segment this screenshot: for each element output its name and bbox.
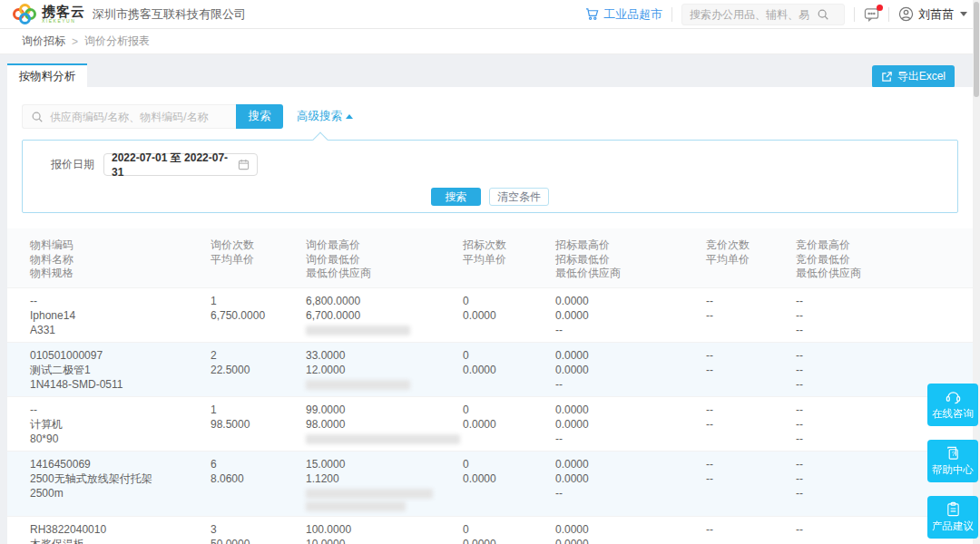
help-center-button[interactable]: ? 帮助中心 <box>927 440 978 482</box>
cell-value: 98.0000 <box>306 417 456 432</box>
cell-value: 2 <box>211 348 299 363</box>
header-label: 最低价供应商 <box>555 267 699 281</box>
cell-value: -- <box>706 522 789 537</box>
cell-value: 计算机 <box>30 417 203 432</box>
cell-value: 010501000097 <box>30 348 203 363</box>
cell-value: 0.0000 <box>555 537 699 544</box>
cell-value: 6,750.0000 <box>211 308 299 323</box>
cell-value: 1.1200 <box>306 471 456 486</box>
cell-value: 12.0000 <box>306 363 456 377</box>
cell-value: 0.0000 <box>555 522 699 537</box>
search-button[interactable]: 搜索 <box>236 104 283 129</box>
header-label: 招标最高价 <box>555 238 699 253</box>
cell-value: 10.0000 <box>306 537 456 544</box>
cell-value: -- <box>706 403 789 417</box>
message-icon[interactable] <box>864 7 879 22</box>
date-range-input[interactable]: 2022-07-01 至 2022-07-31 <box>103 153 258 176</box>
top-search-box[interactable] <box>681 4 845 25</box>
user-menu[interactable]: 刘苗苗 <box>898 6 967 23</box>
cell-value: 0.0000 <box>555 294 699 308</box>
cell-value: A331 <box>30 323 203 337</box>
advanced-search-panel: 报价日期 2022-07-01 至 2022-07-31 搜索 清空条件 <box>22 140 958 213</box>
cell-value: -- <box>555 377 699 392</box>
header-label: 平均单价 <box>463 253 548 267</box>
header-label: 最低价供应商 <box>796 267 943 281</box>
cell-value: -- <box>706 457 789 471</box>
table-cell: 00.0000 <box>463 457 555 511</box>
table-row: RH3822040010木浆保温板350.0000100.000010.0000… <box>7 516 973 544</box>
quote-date-label: 报价日期 <box>51 157 94 172</box>
clear-conditions-button[interactable]: 清空条件 <box>489 188 549 206</box>
cell-value: 测试二极管1 <box>30 363 203 377</box>
cell-value: -- <box>796 308 943 323</box>
online-consult-button[interactable]: 在线咨询 <box>927 384 978 426</box>
top-search-input[interactable] <box>690 8 817 21</box>
cart-icon <box>585 7 599 21</box>
advanced-search-button[interactable]: 搜索 <box>431 188 481 206</box>
cell-value: 1 <box>211 294 299 308</box>
table-cell: 0.00000.0000-- <box>555 294 706 337</box>
cell-value: 0.0000 <box>463 537 548 544</box>
table-cell: ------ <box>796 294 950 337</box>
redacted-supplier <box>306 325 410 335</box>
cell-value: -- <box>796 377 943 392</box>
breadcrumb-parent[interactable]: 询价招标 <box>22 34 65 49</box>
tab-strip: 按物料分析 导出Excel <box>7 63 973 87</box>
header-label: 物料名称 <box>30 253 203 267</box>
divider <box>671 7 672 22</box>
table-cell: 6,800.00006,700.0000 <box>306 294 463 337</box>
export-excel-button[interactable]: 导出Excel <box>872 65 955 88</box>
search-icon[interactable] <box>817 8 829 21</box>
cell-value: 50.0000 <box>211 537 299 544</box>
cell-value: 木浆保温板 <box>30 537 203 544</box>
cell-value: 0.0000 <box>555 417 699 432</box>
cell-value: 0 <box>463 522 548 537</box>
svg-text:?: ? <box>952 451 956 458</box>
cell-value: 0.0000 <box>555 363 699 377</box>
cell-value: -- <box>706 348 789 363</box>
topbar: 携客云 XIEKEYUN 深圳市携客互联科技有限公司 工业品超市 <box>0 0 980 29</box>
table-cell: 99.000098.0000 <box>306 403 463 446</box>
cell-value: -- <box>796 294 943 308</box>
cell-value: 99.0000 <box>306 403 456 417</box>
header-label: 询价最低价 <box>306 253 456 267</box>
tab-material-analysis[interactable]: 按物料分析 <box>7 63 87 87</box>
cell-value: -- <box>796 363 943 377</box>
cell-value: 0.0000 <box>463 471 548 486</box>
header-label: 竞价最低价 <box>796 253 943 267</box>
company-name: 深圳市携客互联科技有限公司 <box>93 6 246 23</box>
keyword-search-box[interactable] <box>22 104 236 129</box>
product-suggestion-button[interactable]: 产品建议 <box>927 496 978 539</box>
cell-value: 15.0000 <box>306 457 456 471</box>
breadcrumb: 询价招标 > 询价分析报表 <box>0 29 980 54</box>
brand-logo[interactable]: 携客云 XIEKEYUN <box>13 4 85 25</box>
cell-value: 3 <box>211 522 299 537</box>
table-row: 14164500692500无轴式放线架付托架2500m68.060015.00… <box>7 451 973 516</box>
scrollbar-thumb[interactable] <box>974 2 979 97</box>
table-header-col: 竞价最高价竞价最低价最低价供应商 <box>796 238 950 281</box>
table-cell: 100.000010.0000 <box>306 522 463 544</box>
cell-value: 6 <box>211 457 299 471</box>
table-cell: 68.0600 <box>211 457 306 511</box>
redacted-supplier <box>306 501 406 511</box>
table-row: 010501000097测试二极管11N4148-SMD-0511222.500… <box>7 342 973 396</box>
keyword-search-input[interactable] <box>50 111 227 123</box>
redacted-supplier <box>306 489 433 499</box>
cell-value: -- <box>555 486 699 500</box>
table-cell: --计算机80*90 <box>30 403 211 446</box>
breadcrumb-current: 询价分析报表 <box>84 34 150 49</box>
cell-value: 0 <box>463 294 548 308</box>
redacted-supplier <box>306 434 460 444</box>
table-cell: 198.5000 <box>211 403 306 446</box>
advanced-search-toggle[interactable]: 高级搜索 <box>297 109 353 124</box>
cell-value: -- <box>555 323 699 337</box>
export-icon <box>881 71 893 83</box>
cell-value: -- <box>555 432 699 446</box>
cell-value: -- <box>796 403 943 417</box>
panel-notch <box>313 132 328 148</box>
table-header-col: 询价次数平均单价 <box>211 238 306 281</box>
industrial-mall-link[interactable]: 工业品超市 <box>585 6 662 23</box>
table-header-col: 招标次数平均单价 <box>463 238 555 281</box>
header-label: 竞价次数 <box>706 238 789 253</box>
cell-value: 1 <box>211 403 299 417</box>
